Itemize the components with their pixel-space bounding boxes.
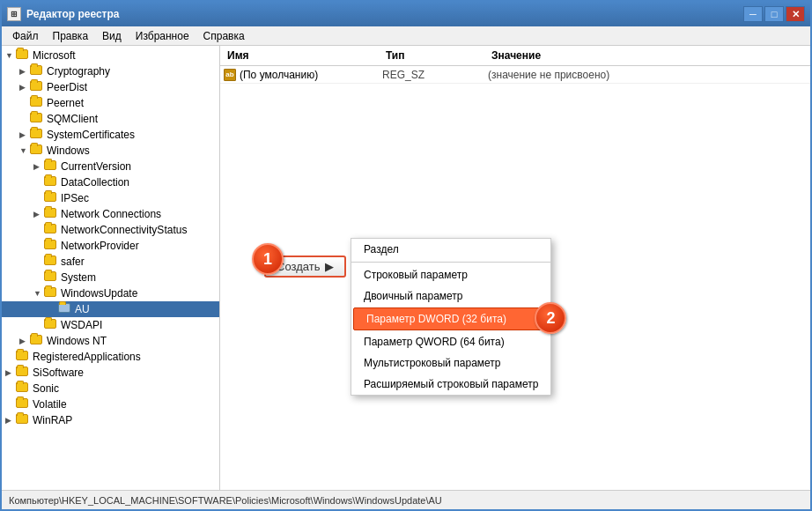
tree-label: NetworkProvider	[61, 240, 139, 252]
menu-bar: Файл Правка Вид Избранное Справка	[2, 26, 810, 46]
reg-name-value: (По умолчанию)	[240, 69, 318, 81]
col-name-header: Имя	[224, 48, 382, 63]
reg-value-cell: (значение не присвоено)	[484, 69, 810, 81]
tree-label: RegisteredApplications	[33, 351, 141, 363]
tree-item-cryptography[interactable]: ▶ Cryptography	[2, 63, 219, 79]
app-icon: ⊞	[7, 7, 21, 21]
tree-item-netconn[interactable]: ▶ Network Connections	[2, 206, 219, 222]
tree-label: Volatile	[33, 398, 67, 411]
tree-item-sonic[interactable]: Sonic	[2, 381, 219, 396]
tree-item-windowsnt[interactable]: ▶ Windows NT	[2, 333, 219, 349]
tree-item-sisoftware[interactable]: ▶ SiSoftware	[2, 365, 219, 381]
col-value-header: Значение	[488, 48, 807, 63]
tree-item-windowsupdate[interactable]: ▼ WindowsUpdate	[2, 285, 219, 301]
right-pane: Имя Тип Значение ab (По умолчанию) REG_S…	[220, 46, 810, 490]
folder-icon	[44, 224, 58, 236]
main-window: ⊞ Редактор реестра ─ □ ✕ Файл Правка Вид…	[0, 0, 812, 511]
tree-label: Windows	[47, 144, 90, 157]
tree-item-systemcerts[interactable]: ▶ SystemCertificates	[2, 127, 219, 143]
expand-arrow: ▶	[19, 83, 30, 92]
main-content: ▼ Microsoft ▶ Cryptography ▶ PeerDist	[2, 46, 810, 490]
folder-icon	[44, 319, 58, 331]
tree-item-volatile[interactable]: Volatile	[2, 396, 219, 412]
expand-arrow: ▶	[5, 368, 16, 377]
tree-item-regapps[interactable]: RegisteredApplications	[2, 349, 219, 365]
expand-arrow: ▼	[5, 51, 16, 60]
tree-label: CurrentVersion	[61, 160, 131, 173]
registry-rows: ab (По умолчанию) REG_SZ (значение не пр…	[220, 66, 810, 490]
tree-item-winrap[interactable]: ▶ WinRAP	[2, 412, 219, 428]
folder-icon	[44, 208, 58, 220]
folder-icon	[30, 97, 44, 109]
folder-icon	[44, 287, 58, 300]
minimize-button[interactable]: ─	[743, 6, 763, 22]
tree-item-system[interactable]: System	[2, 270, 219, 285]
tree-item-datacollection[interactable]: DataCollection	[2, 174, 219, 190]
reg-name-cell: ab (По умолчанию)	[220, 69, 379, 81]
tree-label: SiSoftware	[33, 367, 84, 379]
tree-pane: ▼ Microsoft ▶ Cryptography ▶ PeerDist	[2, 46, 220, 490]
menu-view[interactable]: Вид	[95, 28, 129, 44]
tree-item-microsoft[interactable]: ▼ Microsoft	[2, 48, 219, 63]
tree-item-ipsec[interactable]: IPSec	[2, 190, 219, 206]
status-bar: Компьютер\HKEY_LOCAL_MACHINE\SOFTWARE\Po…	[2, 490, 810, 509]
expand-arrow: ▼	[33, 289, 44, 298]
col-type-header: Тип	[382, 48, 488, 63]
folder-icon	[30, 65, 44, 78]
expand-arrow: ▶	[19, 67, 30, 76]
tree-item-au[interactable]: AU	[2, 301, 219, 317]
window-title: Редактор реестра	[26, 8, 743, 20]
tree-item-peerdist[interactable]: ▶ PeerDist	[2, 79, 219, 95]
folder-icon	[44, 176, 58, 189]
folder-icon	[44, 271, 58, 284]
menu-favorites[interactable]: Избранное	[129, 28, 196, 44]
folder-icon	[44, 256, 58, 268]
expand-arrow: ▶	[19, 337, 30, 345]
tree-item-netconstat[interactable]: NetworkConnectivityStatus	[2, 222, 219, 238]
close-button[interactable]: ✕	[786, 6, 805, 22]
tree-label: System	[61, 271, 96, 284]
tree-item-sqmclient[interactable]: SQMClient	[2, 111, 219, 127]
folder-icon	[30, 144, 44, 157]
expand-arrow: ▶	[33, 162, 44, 171]
tree-label: IPSec	[61, 192, 89, 204]
folder-icon	[44, 160, 58, 173]
folder-icon	[16, 49, 30, 62]
tree-label: SQMClient	[47, 113, 98, 125]
menu-help[interactable]: Справка	[196, 28, 252, 44]
tree-scroll[interactable]: ▼ Microsoft ▶ Cryptography ▶ PeerDist	[2, 46, 219, 490]
tree-label: Microsoft	[33, 49, 76, 62]
menu-file[interactable]: Файл	[5, 28, 46, 44]
expand-arrow: ▼	[19, 146, 30, 155]
tree-label: SystemCertificates	[47, 129, 135, 141]
folder-icon	[44, 192, 58, 204]
table-row[interactable]: ab (По умолчанию) REG_SZ (значение не пр…	[220, 66, 810, 84]
tree-item-safer[interactable]: safer	[2, 254, 219, 270]
expand-arrow: ▶	[19, 130, 30, 139]
tree-label: Cryptography	[47, 65, 110, 78]
tree-label: AU	[75, 303, 90, 315]
title-bar: ⊞ Редактор реестра ─ □ ✕	[2, 2, 810, 26]
tree-label: Peernet	[47, 97, 84, 109]
tree-item-netprovider[interactable]: NetworkProvider	[2, 238, 219, 254]
folder-icon	[30, 81, 44, 93]
tree-item-currentversion[interactable]: ▶ CurrentVersion	[2, 159, 219, 174]
tree-label: DataCollection	[61, 176, 129, 189]
column-headers: Имя Тип Значение	[220, 46, 810, 66]
tree-label: WSDAPI	[61, 319, 102, 331]
tree-label: WinRAP	[33, 414, 72, 426]
menu-edit[interactable]: Правка	[46, 28, 96, 44]
tree-item-peernet[interactable]: Peernet	[2, 95, 219, 111]
maximize-button[interactable]: □	[764, 6, 784, 22]
folder-icon	[16, 382, 30, 395]
tree-item-wsdapi[interactable]: WSDAPI	[2, 317, 219, 333]
folder-icon	[16, 367, 30, 379]
tree-label: Windows NT	[47, 335, 107, 347]
window-controls: ─ □ ✕	[743, 6, 805, 22]
folder-icon	[16, 398, 30, 411]
tree-item-windows[interactable]: ▼ Windows	[2, 143, 219, 159]
folder-icon	[16, 351, 30, 363]
folder-icon	[16, 414, 30, 426]
expand-arrow: ▶	[5, 416, 16, 425]
expand-arrow: ▶	[33, 210, 44, 218]
